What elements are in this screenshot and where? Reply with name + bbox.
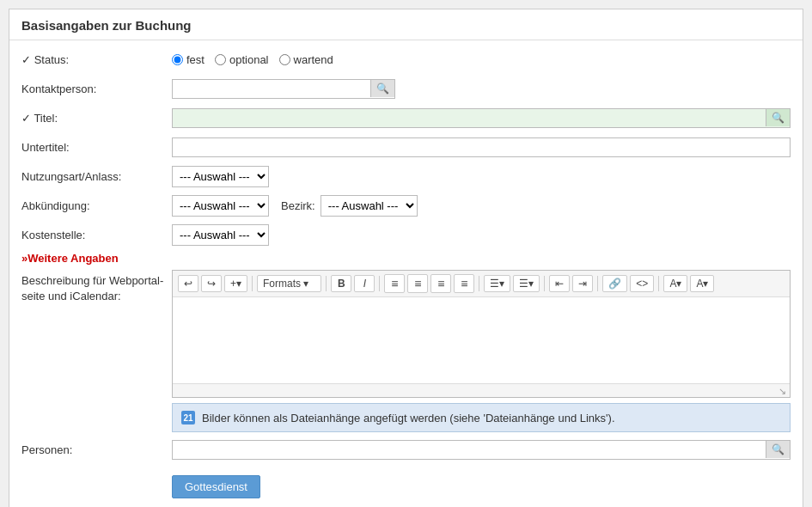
beschreibung-editor-area: ↩ ↪ +▾ Formats ▾ B I ≡ ≡ ≡ ≡ xyxy=(172,270,791,432)
titel-control: 🔍 xyxy=(172,108,791,128)
editor-statusbar: ↘ xyxy=(173,383,790,397)
submit-button[interactable]: Gottesdienst xyxy=(172,475,260,498)
status-radio-group: fest optional wartend xyxy=(172,53,333,66)
kontaktperson-row: Kontaktperson: 🔍 xyxy=(21,76,791,101)
titel-input-wrapper: 🔍 xyxy=(172,108,791,128)
personen-control: 🔍 xyxy=(172,440,791,460)
kostenstelle-label: Kostenstelle: xyxy=(21,229,172,241)
status-control: fest optional wartend xyxy=(172,53,791,66)
status-wartend-radio[interactable] xyxy=(279,54,290,65)
list-number-button[interactable]: ☰▾ xyxy=(513,275,540,292)
toolbar-sep-5 xyxy=(544,276,545,291)
untertitel-label: Untertitel: xyxy=(21,141,172,154)
font-bg-button[interactable]: A▾ xyxy=(690,275,714,292)
bezirk-label: Bezirk: xyxy=(281,199,315,212)
status-optional-label[interactable]: optional xyxy=(215,53,269,66)
insert-button[interactable]: +▾ xyxy=(224,275,247,292)
status-fest-label[interactable]: fest xyxy=(172,53,205,66)
kontaktperson-input-wrapper: 🔍 xyxy=(172,79,395,99)
personen-input-wrapper: 🔍 xyxy=(172,440,791,460)
info-icon: 21 xyxy=(181,411,195,425)
kontaktperson-input[interactable] xyxy=(173,80,370,98)
titel-label: Titel: xyxy=(21,112,172,125)
status-fest-radio[interactable] xyxy=(172,54,183,65)
indent-increase-button[interactable]: ⇥ xyxy=(572,275,593,292)
untertitel-row: Untertitel: xyxy=(21,135,791,159)
main-container: Basisangaben zur Buchung Status: fest op… xyxy=(9,9,803,507)
beschreibung-label: Beschreibung für Webportal-seite und iCa… xyxy=(21,270,172,304)
submit-area: Gottesdienst xyxy=(21,467,791,498)
link-button[interactable]: 🔗 xyxy=(602,275,627,292)
nutzungsart-control: --- Auswahl --- xyxy=(172,166,791,187)
formats-dropdown[interactable]: Formats ▾ xyxy=(257,275,321,292)
abkuendigung-label: Abkündigung: xyxy=(21,199,172,212)
personen-search-button[interactable]: 🔍 xyxy=(766,441,790,458)
nutzungsart-row: Nutzungsart/Anlass: --- Auswahl --- xyxy=(21,164,791,188)
untertitel-input[interactable] xyxy=(172,137,791,157)
redo-button[interactable]: ↪ xyxy=(201,275,222,292)
beschreibung-row: Beschreibung für Webportal-seite und iCa… xyxy=(21,270,791,432)
font-color-button[interactable]: A▾ xyxy=(663,275,687,292)
titel-search-button[interactable]: 🔍 xyxy=(766,109,790,126)
status-wartend-label[interactable]: wartend xyxy=(279,53,333,66)
bold-button[interactable]: B xyxy=(331,275,351,292)
titel-row: Titel: 🔍 xyxy=(21,106,791,130)
indent-decrease-button[interactable]: ⇤ xyxy=(549,275,570,292)
toolbar-sep-7 xyxy=(658,276,659,291)
toolbar-sep-2 xyxy=(326,276,327,291)
info-box: 21 Bilder können als Dateianhänge angefü… xyxy=(172,403,791,432)
weitere-angaben-toggle[interactable]: »Weitere Angaben xyxy=(21,252,791,265)
status-optional-radio[interactable] xyxy=(215,54,226,65)
titel-input[interactable] xyxy=(173,109,766,127)
page-title: Basisangaben zur Buchung xyxy=(9,9,803,40)
bezirk-select[interactable]: --- Auswahl --- xyxy=(321,195,418,217)
nutzungsart-select[interactable]: --- Auswahl --- xyxy=(172,166,269,187)
bezirk-group: Bezirk: --- Auswahl --- xyxy=(281,195,418,217)
status-row: Status: fest optional wartend xyxy=(21,47,791,71)
editor-content[interactable] xyxy=(173,297,790,383)
kontaktperson-label: Kontaktperson: xyxy=(21,82,172,95)
nutzungsart-label: Nutzungsart/Anlass: xyxy=(21,170,172,183)
editor-toolbar: ↩ ↪ +▾ Formats ▾ B I ≡ ≡ ≡ ≡ xyxy=(173,271,790,297)
align-left-button[interactable]: ≡ xyxy=(384,274,405,293)
kontaktperson-control: 🔍 xyxy=(172,79,791,99)
personen-label: Personen: xyxy=(21,443,172,456)
status-fest-text: fest xyxy=(186,53,205,66)
italic-button[interactable]: I xyxy=(354,275,375,292)
toolbar-sep-4 xyxy=(479,276,479,291)
form-body: Status: fest optional wartend xyxy=(9,40,803,507)
personen-row: Personen: 🔍 xyxy=(21,437,791,461)
abkuendigung-inner: --- Auswahl --- Bezirk: --- Auswahl --- xyxy=(172,195,791,217)
status-label: Status: xyxy=(21,53,172,66)
align-justify-button[interactable]: ≡ xyxy=(454,274,474,293)
toolbar-sep-3 xyxy=(379,276,380,291)
abkuendigung-select[interactable]: --- Auswahl --- xyxy=(172,195,269,217)
list-bullet-button[interactable]: ☰▾ xyxy=(484,275,510,292)
code-button[interactable]: <> xyxy=(630,275,654,292)
kostenstelle-control: --- Auswahl --- xyxy=(172,224,791,246)
kontaktperson-search-button[interactable]: 🔍 xyxy=(370,80,394,97)
abkuendigung-control: --- Auswahl --- Bezirk: --- Auswahl --- xyxy=(172,195,791,217)
abkuendigung-row: Abkündigung: --- Auswahl --- Bezirk: ---… xyxy=(21,193,791,217)
toolbar-sep-1 xyxy=(252,276,253,291)
status-wartend-text: wartend xyxy=(294,53,333,66)
undo-button[interactable]: ↩ xyxy=(178,275,198,292)
untertitel-control xyxy=(172,137,791,157)
editor-container: ↩ ↪ +▾ Formats ▾ B I ≡ ≡ ≡ ≡ xyxy=(172,270,791,398)
kostenstelle-select[interactable]: --- Auswahl --- xyxy=(172,224,269,246)
personen-input[interactable] xyxy=(173,441,766,459)
kostenstelle-row: Kostenstelle: --- Auswahl --- xyxy=(21,223,791,247)
align-right-button[interactable]: ≡ xyxy=(430,274,451,293)
align-center-button[interactable]: ≡ xyxy=(407,274,428,293)
status-optional-text: optional xyxy=(229,53,269,66)
info-box-text: Bilder können als Dateianhänge angefügt … xyxy=(202,412,615,425)
toolbar-sep-6 xyxy=(597,276,598,291)
